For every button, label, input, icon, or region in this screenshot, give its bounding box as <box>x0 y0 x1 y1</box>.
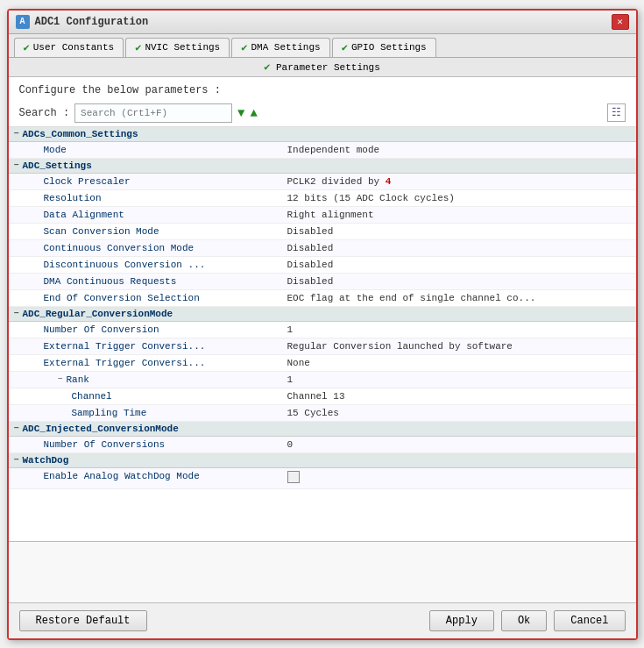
param-name-watchdog: Enable Analog WatchDog Mode <box>9 469 280 488</box>
param-tab-row: ✔ Parameter Settings <box>9 58 636 77</box>
param-name-resolution: Resolution <box>9 191 280 205</box>
param-name-eoc: End Of Conversion Selection <box>9 291 280 305</box>
param-value-injconv: 0 <box>280 438 636 452</box>
param-row-mode: Mode Independent mode <box>9 142 636 159</box>
param-row-resolution: Resolution 12 bits (15 ADC Clock cycles) <box>9 190 636 207</box>
param-name-ext-trig2: External Trigger Conversi... <box>9 356 280 370</box>
grid-view-icon[interactable]: ☷ <box>607 103 626 122</box>
collapse-rank[interactable]: − <box>58 374 63 384</box>
param-name-dma: DMA Continuous Requests <box>9 274 280 288</box>
section-adc-settings: − ADC_Settings <box>9 159 636 174</box>
tab-nvic-settings[interactable]: ✔ NVIC Settings <box>125 38 230 57</box>
tabs-row: ✔ User Constants ✔ NVIC Settings ✔ DMA S… <box>9 34 636 58</box>
param-value-scan: Disabled <box>280 224 636 239</box>
param-value-rank: 1 <box>280 373 636 387</box>
close-button[interactable]: ✕ <box>612 14 629 30</box>
param-value-sampling: 15 Cycles <box>280 406 636 420</box>
title-bar-left: A ADC1 Configuration <box>16 15 149 29</box>
window-title: ADC1 Configuration <box>35 16 149 28</box>
tab-gpio-settings[interactable]: ✔ GPIO Settings <box>332 38 436 57</box>
param-value-ext-trig2: None <box>280 356 636 370</box>
section-watchdog: − WatchDog <box>9 453 636 468</box>
param-row-numconv: Number Of Conversion 1 <box>9 322 636 338</box>
param-row-scan: Scan Conversion Mode Disabled <box>9 224 636 240</box>
param-value-discontinuous: Disabled <box>280 258 636 272</box>
param-name-scan: Scan Conversion Mode <box>9 224 280 239</box>
collapse-watchdog[interactable]: − <box>14 455 19 465</box>
check-icon-nvic: ✔ <box>135 41 141 54</box>
param-row-continuous: Continuous Conversion Mode Disabled <box>9 240 636 257</box>
param-value-channel: Channel 13 <box>280 389 636 403</box>
param-name-mode: Mode <box>9 143 280 157</box>
search-input[interactable] <box>74 103 232 123</box>
params-table: − ADCs_Common_Settings Mode Independent … <box>9 127 636 541</box>
description-area <box>9 541 636 602</box>
param-name-clock: Clock Prescaler <box>9 174 280 189</box>
footer-right: Apply Ok Cancel <box>429 610 626 631</box>
collapse-adc-settings[interactable]: − <box>14 160 19 170</box>
param-name-channel: Channel <box>9 389 280 403</box>
param-name-discontinuous: Discontinuous Conversion ... <box>9 258 280 272</box>
restore-default-button[interactable]: Restore Default <box>19 610 147 631</box>
param-name-injconv: Number Of Conversions <box>9 438 280 452</box>
search-down-icon[interactable]: ▼ <box>237 106 244 120</box>
section-adc-injected: − ADC_Injected_ConversionMode <box>9 422 636 437</box>
check-icon-gpio: ✔ <box>342 41 348 54</box>
collapse-adc-injected[interactable]: − <box>14 424 19 433</box>
param-name-alignment: Data Alignment <box>9 208 280 222</box>
param-value-eoc: EOC flag at the end of single channel co… <box>280 291 636 305</box>
param-row-channel: Channel Channel 13 <box>9 388 636 405</box>
param-row-watchdog: Enable Analog WatchDog Mode <box>9 468 636 489</box>
param-row-ext-trig2: External Trigger Conversi... None <box>9 355 636 372</box>
check-icon-param: ✔ <box>264 61 270 74</box>
param-row-injconv: Number Of Conversions 0 <box>9 437 636 453</box>
param-value-mode: Independent mode <box>280 143 636 157</box>
configure-label: Configure the below parameters : <box>9 77 636 100</box>
param-row-ext-trig1: External Trigger Conversi... Regular Con… <box>9 338 636 355</box>
tab-dma-settings[interactable]: ✔ DMA Settings <box>231 38 329 57</box>
param-row-alignment: Data Alignment Right alignment <box>9 207 636 224</box>
collapse-adc-regular[interactable]: − <box>14 309 19 318</box>
param-value-resolution: 12 bits (15 ADC Clock cycles) <box>280 191 636 205</box>
ok-button[interactable]: Ok <box>501 610 547 631</box>
search-up-icon[interactable]: ▲ <box>251 106 258 120</box>
param-name-ext-trig1: External Trigger Conversi... <box>9 339 280 353</box>
param-row-rank: − Rank 1 <box>9 372 636 388</box>
param-row-sampling: Sampling Time 15 Cycles <box>9 405 636 422</box>
section-adc-regular: − ADC_Regular_ConversionMode <box>9 307 636 322</box>
param-row-discontinuous: Discontinuous Conversion ... Disabled <box>9 257 636 274</box>
search-label: Search : <box>19 107 70 119</box>
apply-button[interactable]: Apply <box>429 610 494 631</box>
param-value-watchdog <box>280 469 636 488</box>
content-area: Configure the below parameters : Search … <box>9 77 636 602</box>
param-name-continuous: Continuous Conversion Mode <box>9 241 280 255</box>
check-icon-user: ✔ <box>24 41 30 54</box>
section-adcs-common: − ADCs_Common_Settings <box>9 127 636 142</box>
cancel-button[interactable]: Cancel <box>554 610 625 631</box>
search-row: Search : ▼ ▲ ☷ <box>9 100 636 127</box>
param-row-dma: DMA Continuous Requests Disabled <box>9 274 636 290</box>
param-row-eoc: End Of Conversion Selection EOC flag at … <box>9 290 636 307</box>
tab-user-constants[interactable]: ✔ User Constants <box>14 38 124 57</box>
param-value-alignment: Right alignment <box>280 208 636 222</box>
param-value-numconv: 1 <box>280 323 636 337</box>
collapse-adcs-common[interactable]: − <box>14 129 19 139</box>
param-value-ext-trig1: Regular Conversion launched by software <box>280 339 636 353</box>
param-name-sampling: Sampling Time <box>9 406 280 420</box>
param-row-clock: Clock Prescaler PCLK2 divided by 4 <box>9 174 636 190</box>
footer: Restore Default Apply Ok Cancel <box>9 602 636 638</box>
title-bar: A ADC1 Configuration ✕ <box>9 11 636 34</box>
main-window: A ADC1 Configuration ✕ ✔ User Constants … <box>7 9 638 640</box>
check-icon-dma: ✔ <box>241 41 247 54</box>
param-name-rank: − Rank <box>9 373 280 387</box>
app-icon: A <box>16 15 30 29</box>
param-value-continuous: Disabled <box>280 241 636 255</box>
param-name-numconv: Number Of Conversion <box>9 323 280 337</box>
param-value-dma: Disabled <box>280 274 636 288</box>
param-value-clock: PCLK2 divided by 4 <box>280 174 636 189</box>
watchdog-checkbox[interactable] <box>287 471 300 483</box>
